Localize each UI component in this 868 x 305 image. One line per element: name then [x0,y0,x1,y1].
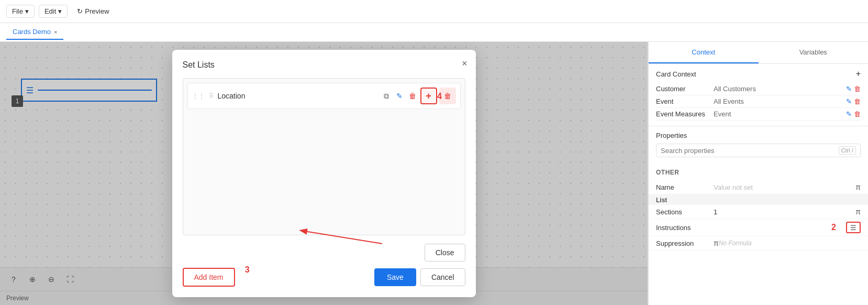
prop-row-sections: Sections 1 π [649,205,868,219]
copy-button[interactable]: ⧉ [381,91,392,102]
tab-close-icon[interactable]: × [54,29,57,35]
prop-val-name: Value not set [714,183,855,191]
tab-variables[interactable]: Variables [759,42,869,63]
properties-title: Properties [656,132,861,139]
prop-val-suppression: No Formula [719,239,752,247]
tab-bar: Cards Demo × [0,23,868,42]
file-chevron-icon: ▾ [25,7,29,15]
add-child-button[interactable]: + [420,88,437,104]
context-key-event: Event [656,97,714,105]
context-header: Card Context + [656,69,861,79]
add-item-button[interactable]: Add Item [183,268,235,287]
add-context-button[interactable]: + [856,69,861,79]
prop-row-suppression: Suppression π No Formula [649,236,868,250]
cards-demo-tab[interactable]: Cards Demo × [6,25,63,40]
delete-event-button[interactable]: 🗑 [854,97,861,105]
edit-customer-button[interactable]: ✎ [846,85,852,93]
prop-val-sections: 1 [714,208,855,216]
context-key-event-measures: Event Measures [656,110,714,118]
edit-event-measures-button[interactable]: ✎ [846,110,852,118]
list-section-header: List [649,194,868,205]
search-properties-input[interactable] [661,147,839,155]
grid-handle-icon: ⠿ [209,92,214,100]
right-tabs: Context Variables [649,42,868,64]
card-context-section: Card Context + Customer All Customers ✎ … [649,64,868,126]
edit-menu-button[interactable]: Edit ▾ [39,5,68,18]
properties-section: Properties Ctrl / [649,126,868,167]
modal-close-button[interactable]: × [462,58,468,69]
search-shortcut-badge: Ctrl / [839,146,856,155]
search-properties-container: Ctrl / [656,144,861,157]
main-toolbar: File ▾ Edit ▾ ↻ Preview [0,0,868,23]
context-row-event: Event All Events ✎ 🗑 [656,95,861,108]
prop-key-sections: Sections [656,208,714,216]
edit-event-button[interactable]: ✎ [846,97,852,105]
preview-button[interactable]: ↻ Preview [72,5,114,17]
footer-buttons: Save Cancel [374,268,465,286]
prop-key-name: Name [656,183,714,191]
cancel-button[interactable]: Cancel [420,268,465,286]
edit-label: Edit [44,7,56,15]
modal-content-area: ⋮⋮ ⠿ Location ⧉ ✎ 🗑 + 🗑 [183,78,465,235]
file-menu-button[interactable]: File ▾ [6,5,35,18]
set-lists-modal: Set Lists × ⋮⋮ ⠿ Location ⧉ ✎ 🗑 + [172,50,476,297]
modal-overlay: 4 Set Lists × ⋮⋮ ⠿ Location ⧉ ✎ 🗑 [0,42,648,305]
drag-handle-icon[interactable]: ⋮⋮ [192,92,205,100]
annotation-badge-3: 3 [245,265,250,275]
prop-action-suppression-pi: π [714,239,719,247]
tab-context[interactable]: Context [649,42,759,63]
context-val-event: All Events [714,97,846,105]
left-panel: ☰ 1 ? ⊕ ⊖ ⛶ Preview 4 [0,42,648,305]
instructions-set-lists-button[interactable]: ☰ [846,222,861,233]
preview-label: Preview [85,7,109,15]
context-val-customer: All Customers [714,85,846,93]
delete-customer-button[interactable]: 🗑 [854,85,861,93]
modal-close-button-inline[interactable]: Close [425,244,465,262]
refresh-icon: ↻ [77,7,83,15]
delete-event-measures-button[interactable]: 🗑 [854,110,861,118]
prop-row-name: Name Value not set π [649,180,868,194]
item-delete-button[interactable]: 🗑 [407,91,418,101]
card-context-title: Card Context [656,70,696,78]
context-row-event-measures: Event Measures Event ✎ 🗑 [656,108,861,121]
right-panel: Context Variables Card Context + Custome… [648,42,868,305]
annotation-badge-4: 4 [437,92,442,101]
main-area: ☰ 1 ? ⊕ ⊖ ⛶ Preview 4 [0,42,868,305]
prop-row-instructions: Instructions 2 ☰ [649,219,868,236]
modal-footer: Add Item 3 Save Cancel [183,268,465,287]
edit-chevron-icon: ▾ [58,7,62,15]
modal-title: Set Lists [183,60,465,70]
prop-key-suppression: Suppression [656,239,714,247]
other-title: Other [656,169,861,176]
item-actions: ⧉ ✎ 🗑 + 🗑 [381,88,456,104]
list-item-row: ⋮⋮ ⠿ Location ⧉ ✎ 🗑 + 🗑 [187,83,461,109]
context-row-customer: Customer All Customers ✎ 🗑 [656,83,861,95]
context-val-event-measures: Event [714,110,846,118]
file-label: File [12,7,23,15]
annotation-badge-2: 2 [831,223,836,232]
tab-label: Cards Demo [13,28,51,36]
prop-action-name[interactable]: π [855,183,861,191]
context-key-customer: Customer [656,85,714,93]
prop-action-sections[interactable]: π [855,208,861,216]
other-section: Other [649,167,868,180]
edit-button[interactable]: ✎ [394,91,405,101]
prop-key-instructions: Instructions [656,224,714,232]
item-label: Location [218,92,376,100]
save-button[interactable]: Save [374,268,416,286]
